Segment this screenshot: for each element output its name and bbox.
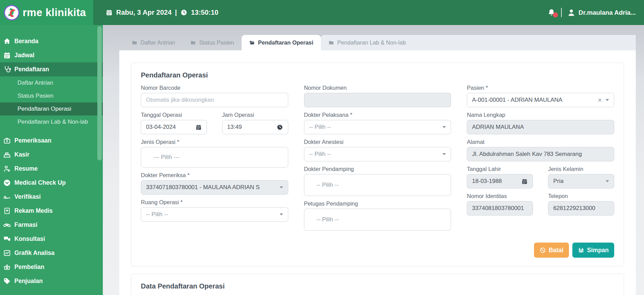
dokter-pelaksana-select[interactable]: -- Pilih -- bbox=[304, 120, 451, 134]
app-logo[interactable]: rme klinikita bbox=[0, 0, 93, 25]
nomor-dokumen-input bbox=[309, 97, 446, 103]
sidebar-item-medical-check-up[interactable]: Medical Check Up bbox=[0, 176, 103, 190]
chevron-down-icon bbox=[280, 186, 283, 188]
chevron-down-icon bbox=[442, 126, 446, 128]
header-divider bbox=[561, 8, 562, 17]
sidebar-item-pemeriksaan[interactable]: Pemeriksaan bbox=[0, 134, 103, 148]
tab-status-pasien[interactable]: Status Pasien bbox=[183, 35, 242, 50]
sidebar-item-label: Medical Check Up bbox=[14, 179, 66, 186]
field-label: Jenis Kelamin bbox=[548, 166, 614, 172]
sidebar-item-kasir[interactable]: Kasir bbox=[0, 148, 103, 162]
sidebar-item-label: Resume bbox=[14, 165, 38, 172]
dokter-pendamping-select[interactable]: -- Pilih -- bbox=[304, 174, 451, 196]
simpan-label: Simpan bbox=[587, 247, 609, 254]
circle-chevron-down-icon bbox=[3, 179, 11, 187]
sidebar-subitem-status-pasien[interactable]: Status Pasien bbox=[0, 89, 103, 102]
field-label: Dokter Pendamping bbox=[304, 166, 451, 172]
sidebar-item-label: Jadwal bbox=[14, 52, 34, 59]
field-pasien: Pasien * A-001-00001 - ADRIAN MAULANA × bbox=[467, 85, 614, 107]
sidebar-subitem-label: Status Pasien bbox=[17, 93, 53, 99]
telepon-input bbox=[553, 205, 609, 212]
field-petugas-pendamping: Petugas Pendamping -- Pilih -- bbox=[304, 200, 451, 231]
sidebar-item-pembelian[interactable]: Pembelian bbox=[0, 260, 103, 274]
sidebar-item-beranda[interactable]: Beranda bbox=[0, 34, 103, 48]
sidebar-item-rekam-medis[interactable]: Rekam Medis bbox=[0, 204, 103, 218]
field-label: Jam Operasi bbox=[222, 112, 288, 118]
notification-bell-icon[interactable] bbox=[547, 8, 556, 17]
petugas-pendamping-select[interactable]: -- Pilih -- bbox=[304, 209, 451, 231]
alamat-input-wrap bbox=[467, 147, 614, 161]
date-time-row: Tanggal Operasi 03-04-2024 Jam Operasi 1… bbox=[141, 112, 288, 139]
user-icon bbox=[567, 8, 576, 17]
pasien-select[interactable]: A-001-00001 - ADRIAN MAULANA × bbox=[467, 93, 614, 107]
sidebar-item-pendaftaran[interactable]: Pendaftaran bbox=[0, 62, 103, 76]
alamat-input bbox=[472, 151, 609, 158]
dokter-pemeriksa-value: 3374071803780001 - MAULANA ADRIAN S bbox=[146, 184, 260, 191]
jam-operasi-input[interactable]: 13:49 bbox=[222, 120, 288, 134]
header-date: Rabu, 3 Apr 2024 bbox=[116, 9, 172, 16]
sidebar-subitem-daftar-antrian[interactable]: Daftar Antrian bbox=[0, 76, 103, 89]
field-alamat: Alamat bbox=[467, 139, 614, 161]
sidebar-item-jadwal[interactable]: Jadwal bbox=[0, 48, 103, 62]
nama-lengkap-input-wrap bbox=[467, 120, 614, 134]
dokter-pemeriksa-select: 3374071803780001 - MAULANA ADRIAN S bbox=[141, 180, 288, 195]
batal-label: Batal bbox=[549, 247, 563, 254]
sidebar-item-verifikasi[interactable]: Verifikasi bbox=[0, 190, 103, 204]
nomor-barcode-input[interactable] bbox=[146, 97, 283, 103]
app-root: rme klinikita Rabu, 3 Apr 2024 | 13:50:1… bbox=[0, 0, 644, 295]
field-dokter-pendamping: Dokter Pendamping -- Pilih -- bbox=[304, 166, 451, 196]
nomor-dokumen-input-wrap bbox=[304, 93, 451, 107]
form-title: Pendaftaran Operasi bbox=[141, 71, 614, 79]
home-icon bbox=[3, 37, 11, 45]
sidebar-subitem-pendaftaran-operasi[interactable]: Pendaftaran Operasi bbox=[0, 102, 103, 115]
sidebar-subitem-pendaftaran-lab[interactable]: Pendaftaran Lab & Non-lab bbox=[0, 115, 103, 128]
sidebar-item-label: Pemeriksaan bbox=[14, 137, 51, 144]
sidebar-item-resume[interactable]: Resume bbox=[0, 162, 103, 176]
field-ruang-operasi: Ruang Operasi * -- Pilih -- bbox=[141, 199, 288, 222]
calendar-icon bbox=[106, 9, 113, 16]
calendar-icon[interactable] bbox=[195, 124, 202, 131]
sidebar-item-label: Pendaftaran bbox=[14, 66, 49, 73]
jenis-operasi-select[interactable]: --- Pilih --- bbox=[141, 147, 288, 168]
floppy-save-icon bbox=[578, 247, 584, 254]
tab-daftar-antrian[interactable]: Daftar Antrian bbox=[124, 35, 183, 50]
tanggal-lahir-input: 18-03-1988 bbox=[467, 174, 533, 188]
clinic-logo-icon bbox=[3, 4, 20, 21]
sidebar-submenu-pendaftaran: Daftar Antrian Status Pasien Pendaftaran… bbox=[0, 76, 103, 128]
sidebar-item-label: Penjualan bbox=[14, 278, 43, 285]
brand-title: rme klinikita bbox=[23, 7, 86, 19]
dokter-anestesi-select[interactable]: -- Pilih -- bbox=[304, 147, 451, 161]
petugas-pendamping-placeholder: -- Pilih -- bbox=[317, 216, 339, 223]
tab-pendaftaran-operasi[interactable]: Pendaftaran Operasi bbox=[242, 35, 321, 50]
tab-pendaftaran-lab[interactable]: Pendaftaran Lab & Non-lab bbox=[321, 35, 636, 50]
tab-content-panel: Pendaftaran Operasi Nomor Barcode Tan bbox=[119, 50, 636, 295]
sidebar-item-penjualan[interactable]: Penjualan bbox=[0, 274, 103, 288]
notification-badge bbox=[553, 12, 558, 17]
sidebar-item-grafik-analisa[interactable]: Grafik Analisa bbox=[0, 246, 103, 260]
clock-icon bbox=[180, 9, 187, 16]
batal-button[interactable]: Batal bbox=[534, 243, 569, 258]
sidebar-item-label: Rekam Medis bbox=[14, 207, 53, 214]
field-label: Nomor Dokumen bbox=[304, 85, 451, 91]
ruang-operasi-select[interactable]: -- Pilih -- bbox=[141, 207, 288, 222]
sidebar-item-farmasi[interactable]: Farmasi bbox=[0, 218, 103, 232]
tanggal-operasi-input[interactable]: 03-04-2024 bbox=[141, 120, 207, 134]
tab-label: Daftar Antrian bbox=[141, 39, 175, 46]
sidebar-scrollbar-thumb[interactable] bbox=[97, 26, 102, 160]
field-jenis-operasi: Jenis Operasi * --- Pilih --- bbox=[141, 139, 288, 168]
sidebar-nav: Beranda Jadwal Pendaftaran Daftar Antria… bbox=[0, 25, 103, 295]
clear-icon[interactable]: × bbox=[598, 97, 602, 103]
folder-icon bbox=[328, 40, 334, 46]
jam-operasi-value: 13:49 bbox=[227, 124, 242, 131]
sidebar-item-konsultasi[interactable]: Konsultasi bbox=[0, 232, 103, 246]
ruang-operasi-placeholder: -- Pilih -- bbox=[146, 211, 168, 218]
simpan-button[interactable]: Simpan bbox=[572, 243, 614, 258]
form-column-3: Pasien * A-001-00001 - ADRIAN MAULANA × … bbox=[467, 85, 614, 220]
user-menu[interactable]: Dr.maulana Adria... bbox=[567, 8, 636, 17]
dokter-anestesi-placeholder: -- Pilih -- bbox=[309, 151, 331, 158]
clock-icon[interactable] bbox=[277, 124, 283, 131]
form-column-1: Nomor Barcode Tanggal Operasi 03-04-2024 bbox=[141, 85, 288, 226]
field-jenis-kelamin: Jenis Kelamin Pria bbox=[548, 166, 614, 188]
sidebar-item-label: Pembelian bbox=[14, 263, 45, 271]
pills-icon bbox=[3, 221, 11, 229]
